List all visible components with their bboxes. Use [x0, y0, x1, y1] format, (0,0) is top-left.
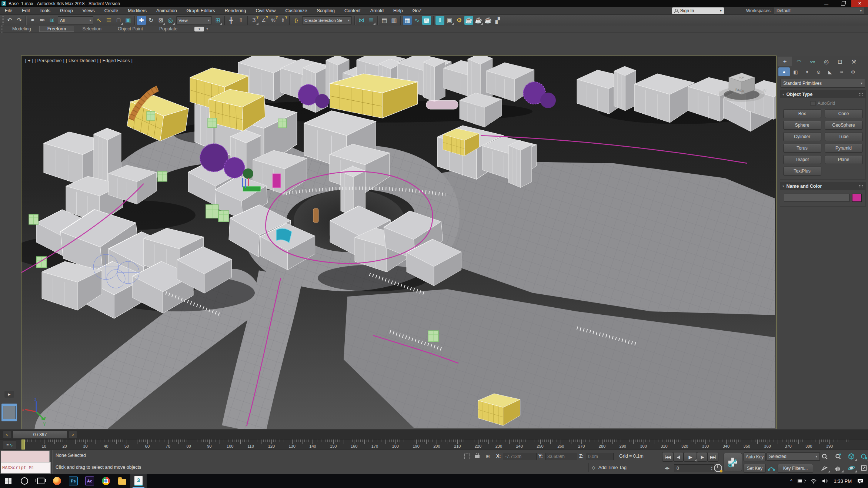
- set-key-button[interactable]: Set Key: [744, 464, 766, 473]
- tab-modeling[interactable]: Modeling: [4, 26, 39, 32]
- object-type-button[interactable]: GeoSphere: [825, 121, 863, 130]
- window-crossing-toggle-icon[interactable]: ▣: [124, 16, 133, 25]
- firefox-taskbar-button[interactable]: [49, 474, 65, 488]
- zoom-extents-all-icon[interactable]: [858, 452, 868, 461]
- undo-icon[interactable]: ↶: [5, 16, 14, 25]
- menu-item[interactable]: Tools: [35, 7, 55, 14]
- autogrid-checkbox[interactable]: [811, 101, 815, 106]
- task-view-button[interactable]: [33, 474, 49, 488]
- tab-freeform[interactable]: Freeform: [39, 26, 74, 32]
- pan-hand-icon[interactable]: [832, 464, 844, 472]
- tray-expand-icon[interactable]: ^: [790, 478, 792, 484]
- curve-editor-icon[interactable]: ∿: [413, 16, 421, 25]
- minimize-button[interactable]: —: [818, 0, 835, 7]
- tab-display-icon[interactable]: ⊟: [833, 57, 847, 66]
- named-selection-set-dropdown[interactable]: Create Selection Se ▾: [302, 16, 352, 24]
- align-icon[interactable]: ≣: [367, 16, 375, 25]
- submit-to-network-icon[interactable]: ⇩: [435, 16, 444, 25]
- menu-item[interactable]: Edit: [17, 7, 35, 14]
- zoom-extents-icon[interactable]: [846, 452, 857, 461]
- selection-lock-icon[interactable]: [474, 452, 481, 459]
- toggle-layer-explorer-icon[interactable]: ▥: [390, 16, 398, 25]
- render-activeshade-icon[interactable]: ☕: [474, 16, 483, 25]
- toolbar-drag-handle[interactable]: [2, 16, 4, 25]
- rectangular-selection-region-icon[interactable]: □: [114, 16, 123, 25]
- menu-item[interactable]: Help: [388, 7, 408, 14]
- object-type-button[interactable]: Sphere: [783, 121, 821, 130]
- select-and-manipulate-icon[interactable]: ╋: [227, 16, 236, 25]
- close-button[interactable]: ✕: [851, 0, 868, 7]
- schematic-view-icon[interactable]: ▩: [422, 16, 431, 25]
- next-frame-playback-button[interactable]: |▶: [697, 452, 707, 462]
- primitive-category-dropdown[interactable]: Standard Primitives ▾: [781, 79, 865, 88]
- key-filters-button[interactable]: Key Filters...: [778, 464, 813, 473]
- render-in-cloud-icon[interactable]: ☕: [484, 16, 493, 25]
- menu-item[interactable]: Rendering: [220, 7, 251, 14]
- maxscript-mini-listener[interactable]: MAXScript Mi: [0, 451, 50, 474]
- expand-panel-button[interactable]: ▶: [4, 391, 14, 398]
- zoom-icon[interactable]: [819, 452, 830, 461]
- render-production-icon[interactable]: ☕: [464, 16, 473, 25]
- render-compare-icon[interactable]: ▞: [493, 16, 502, 25]
- toggle-scene-explorer-icon[interactable]: ▤: [380, 16, 389, 25]
- chrome-taskbar-button[interactable]: [98, 474, 114, 488]
- select-by-name-icon[interactable]: ☰: [104, 16, 113, 25]
- menu-item[interactable]: Content: [340, 7, 365, 14]
- object-type-button[interactable]: TextPlus: [783, 167, 821, 176]
- volume-icon[interactable]: [822, 478, 829, 484]
- next-frame-button[interactable]: >: [69, 431, 77, 439]
- ribbon-options-caret[interactable]: ▾: [206, 27, 208, 31]
- ribbon-minimize-button[interactable]: ▾: [194, 27, 204, 31]
- snaps-toggle-icon[interactable]: 3?: [250, 16, 258, 25]
- menu-item[interactable]: Civil View: [251, 7, 280, 14]
- geometry-icon[interactable]: ●: [778, 67, 790, 76]
- y-coordinate-field[interactable]: 33.609m: [545, 453, 577, 460]
- unlink-selection-icon[interactable]: ⚮: [38, 16, 47, 25]
- absolute-mode-icon[interactable]: ⊞: [484, 453, 491, 459]
- set-keys-button[interactable]: [724, 453, 742, 471]
- tab-selection[interactable]: Selection: [74, 26, 109, 32]
- menu-item[interactable]: Animation: [151, 7, 182, 14]
- percent-snap-icon[interactable]: %?: [269, 16, 278, 25]
- object-name-input[interactable]: [784, 194, 849, 202]
- mirror-icon[interactable]: ⋈: [357, 16, 366, 25]
- object-type-button[interactable]: Teapot: [783, 155, 821, 164]
- maxscript-listener-pane[interactable]: MAXScript Mi: [1, 462, 51, 474]
- menu-item[interactable]: GoZ: [408, 7, 426, 14]
- tab-utilities-icon[interactable]: ⚒: [847, 57, 861, 66]
- menu-item[interactable]: Views: [78, 7, 100, 14]
- menu-item[interactable]: Graph Editors: [182, 7, 220, 14]
- x-coordinate-field[interactable]: -7.713m: [503, 453, 537, 460]
- play-button[interactable]: ▶: [684, 452, 697, 462]
- menu-item[interactable]: File: [0, 7, 17, 14]
- keyboard-shortcut-override-icon[interactable]: ⇧: [236, 16, 245, 25]
- tab-create-icon[interactable]: +: [778, 57, 792, 66]
- maximize-viewport-toggle-icon[interactable]: [858, 464, 868, 472]
- spinner-steppers[interactable]: ▲▼: [711, 466, 714, 471]
- current-frame-spinner[interactable]: 0 ▲▼: [674, 464, 714, 472]
- go-to-end-button[interactable]: ▶▶|: [707, 452, 718, 462]
- previous-frame-playback-button[interactable]: ◀|: [673, 452, 684, 462]
- object-type-button[interactable]: Pyramid: [825, 144, 863, 153]
- object-type-button[interactable]: Plane: [825, 155, 863, 164]
- z-coordinate-field[interactable]: 0.0m: [586, 453, 614, 460]
- frame-step-arrows-icon[interactable]: ◀▶: [664, 465, 671, 471]
- restore-button[interactable]: [835, 0, 851, 7]
- angle-snap-icon[interactable]: ∠?: [259, 16, 268, 25]
- add-time-tag[interactable]: ◇ Add Time Tag: [592, 465, 627, 470]
- render-setup-icon[interactable]: ▣: [445, 16, 454, 25]
- menu-item[interactable]: Arnold: [365, 7, 388, 14]
- cortana-button[interactable]: [16, 474, 33, 488]
- reference-coordinate-dropdown[interactable]: View ▾: [176, 16, 212, 24]
- perspective-viewport[interactable]: [ + ] [ Perspective ] [ User Defined ] […: [21, 56, 777, 429]
- shapes-icon[interactable]: ◧: [790, 67, 801, 76]
- tab-populate[interactable]: Populate: [151, 26, 186, 32]
- key-selection-dropdown[interactable]: Selected ▾: [767, 452, 820, 461]
- wifi-icon[interactable]: [810, 478, 817, 484]
- action-center-icon[interactable]: [857, 478, 864, 484]
- current-frame-marker[interactable]: [21, 439, 25, 449]
- time-slider-handle[interactable]: 0 / 397: [13, 431, 67, 439]
- battery-icon[interactable]: [798, 479, 805, 483]
- auto-key-button[interactable]: Auto Key: [744, 452, 766, 461]
- object-type-button[interactable]: Box: [783, 109, 821, 118]
